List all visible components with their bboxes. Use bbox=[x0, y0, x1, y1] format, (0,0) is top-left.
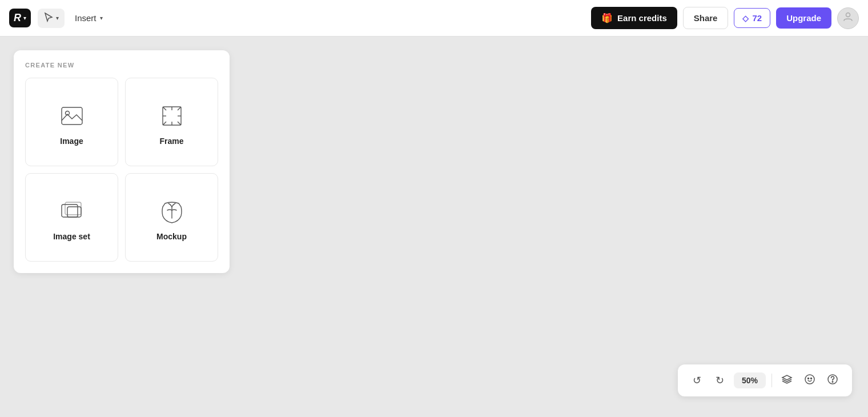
svg-line-8 bbox=[178, 122, 181, 125]
create-panel-title: CREATE NEW bbox=[25, 62, 218, 69]
gift-icon: 🎁 bbox=[601, 13, 613, 23]
image-card-label: Image bbox=[60, 137, 83, 146]
imageset-card-icon bbox=[57, 197, 87, 226]
header: R ▾ ▾ Insert ▾ 🎁 Earn credits Share ◇ 72… bbox=[0, 0, 868, 37]
svg-line-5 bbox=[163, 107, 166, 110]
undo-icon: ↺ bbox=[693, 374, 701, 387]
share-button[interactable]: Share bbox=[683, 7, 729, 29]
svg-line-7 bbox=[163, 122, 166, 125]
svg-rect-13 bbox=[62, 205, 78, 217]
svg-point-18 bbox=[811, 378, 812, 379]
cursor-chevron-icon: ▾ bbox=[56, 15, 59, 21]
redo-button[interactable]: ↻ bbox=[710, 370, 730, 391]
svg-point-16 bbox=[805, 375, 814, 384]
svg-rect-2 bbox=[62, 107, 82, 125]
create-new-panel: CREATE NEW Image bbox=[14, 50, 230, 273]
zoom-button[interactable]: 50% bbox=[734, 372, 766, 388]
image-card-icon bbox=[57, 101, 87, 131]
svg-point-1 bbox=[846, 13, 850, 17]
diamond-icon: ◇ bbox=[742, 14, 749, 23]
svg-line-6 bbox=[178, 107, 181, 110]
credits-button[interactable]: ◇ 72 bbox=[734, 8, 770, 28]
earn-credits-label: Earn credits bbox=[617, 13, 667, 23]
create-imageset-card[interactable]: Image set bbox=[25, 173, 118, 262]
insert-chevron-icon: ▾ bbox=[100, 15, 103, 21]
imageset-card-label: Image set bbox=[53, 232, 90, 241]
cursor-tool-button[interactable]: ▾ bbox=[38, 9, 65, 28]
avatar-icon bbox=[842, 11, 854, 25]
mockup-card-icon bbox=[157, 197, 187, 226]
help-icon bbox=[827, 374, 838, 388]
insert-label: Insert bbox=[75, 13, 97, 23]
logo-icon: R bbox=[14, 12, 21, 24]
svg-marker-0 bbox=[45, 13, 52, 21]
zoom-value: 50% bbox=[742, 376, 758, 385]
toolbar-divider bbox=[771, 374, 772, 387]
insert-button[interactable]: Insert ▾ bbox=[69, 10, 108, 26]
svg-point-17 bbox=[808, 378, 809, 379]
create-mockup-card[interactable]: Mockup bbox=[125, 173, 218, 262]
logo-chevron-icon: ▾ bbox=[23, 15, 26, 21]
mockup-card-label: Mockup bbox=[156, 232, 187, 241]
earn-credits-button[interactable]: 🎁 Earn credits bbox=[591, 7, 677, 29]
frame-card-label: Frame bbox=[159, 137, 183, 146]
logo-button[interactable]: R ▾ bbox=[9, 9, 31, 27]
frame-card-icon bbox=[157, 101, 187, 131]
undo-button[interactable]: ↺ bbox=[687, 370, 708, 391]
redo-icon: ↻ bbox=[716, 374, 724, 387]
create-frame-card[interactable]: Frame bbox=[125, 78, 218, 166]
canvas-area[interactable]: CREATE NEW Image bbox=[0, 37, 868, 417]
credits-count: 72 bbox=[752, 13, 762, 23]
create-cards-grid: Image Frame bbox=[25, 78, 218, 262]
share-label: Share bbox=[694, 13, 718, 23]
reactions-button[interactable] bbox=[799, 370, 820, 391]
upgrade-label: Upgrade bbox=[786, 13, 821, 23]
layers-icon bbox=[781, 374, 793, 388]
user-avatar-button[interactable] bbox=[837, 7, 859, 29]
cursor-icon bbox=[43, 12, 54, 25]
header-right: 🎁 Earn credits Share ◇ 72 Upgrade bbox=[591, 7, 859, 29]
create-image-card[interactable]: Image bbox=[25, 78, 118, 166]
layers-button[interactable] bbox=[777, 370, 797, 391]
reactions-icon bbox=[804, 374, 815, 388]
svg-rect-15 bbox=[67, 207, 81, 217]
upgrade-button[interactable]: Upgrade bbox=[776, 7, 831, 29]
help-button[interactable] bbox=[822, 370, 843, 391]
bottom-toolbar: ↺ ↻ 50% bbox=[678, 364, 852, 396]
svg-point-20 bbox=[832, 381, 833, 382]
